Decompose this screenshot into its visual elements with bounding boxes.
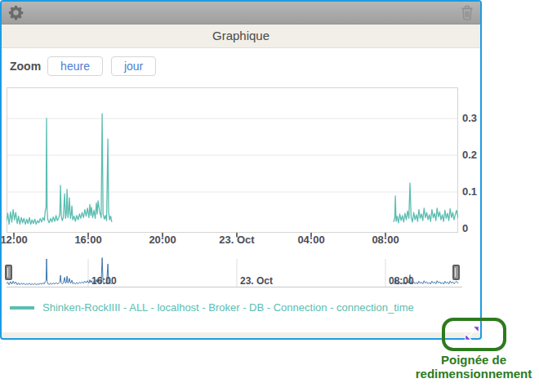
graph-widget: Graphique Zoom heure jour 16:0023. Oct08… xyxy=(0,0,482,340)
x-axis-label: 12:00 xyxy=(0,234,27,246)
y-axis-label: 0.2 xyxy=(462,149,482,161)
y-axis-label: 0 xyxy=(462,222,482,234)
zoom-label: Zoom xyxy=(10,60,41,73)
zoom-hour-button[interactable]: heure xyxy=(47,56,103,76)
y-axis-label: 0.3 xyxy=(462,112,482,124)
zoom-day-button[interactable]: jour xyxy=(111,56,156,76)
widget-title: Graphique xyxy=(2,24,480,48)
main-chart[interactable] xyxy=(7,87,458,238)
resize-cursor-icon[interactable] xyxy=(463,324,481,345)
x-axis-label: 08:00 xyxy=(372,234,399,246)
y-axis-label: 0.1 xyxy=(462,185,482,198)
overview-axis-label: 23. Oct xyxy=(240,275,273,287)
x-axis-label: 16:00 xyxy=(74,234,101,246)
widget-titlebar[interactable] xyxy=(2,2,480,24)
legend-swatch xyxy=(10,306,34,310)
trash-icon[interactable] xyxy=(461,5,474,20)
legend-label: Shinken-RockIIII - ALL - localhost - Bro… xyxy=(42,301,414,314)
gear-icon[interactable] xyxy=(8,5,24,20)
range-handle-right[interactable] xyxy=(452,265,460,280)
x-axis-label: 23. Oct xyxy=(219,234,254,246)
x-axis-label: 04:00 xyxy=(297,234,324,246)
x-axis-label: 20:00 xyxy=(149,234,176,246)
overview-axis-label: 08:00 xyxy=(389,275,414,287)
chart-legend: Shinken-RockIIII - ALL - localhost - Bro… xyxy=(10,301,414,314)
chart-panel: Zoom heure jour 16:0023. Oct08:00 Shinke… xyxy=(2,48,480,332)
overview-axis-label: 16:00 xyxy=(91,275,117,287)
annotation-text-line1: Poignée de xyxy=(441,353,506,367)
overview-range-chart[interactable]: 16:0023. Oct08:00 xyxy=(7,256,462,291)
range-handle-left[interactable] xyxy=(5,265,12,280)
annotation-text-line2: redimensionnement xyxy=(416,367,532,381)
zoom-controls: Zoom heure jour xyxy=(10,56,164,76)
